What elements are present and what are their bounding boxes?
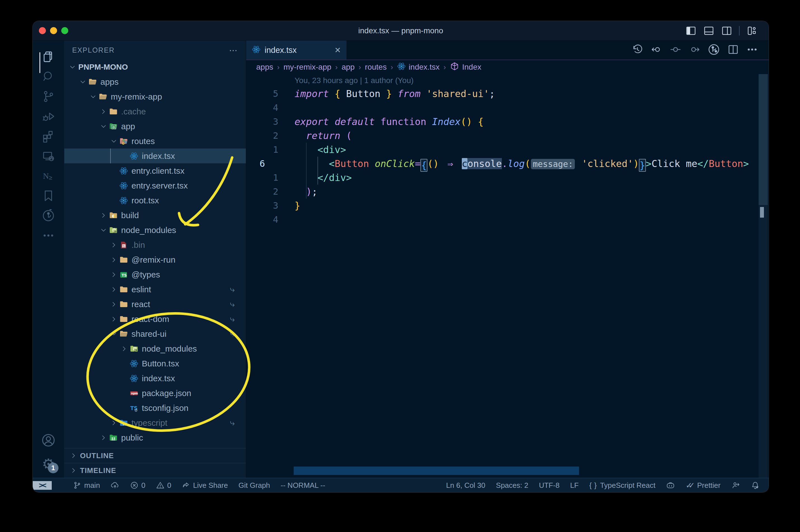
status-live-share[interactable]: Live Share — [182, 481, 228, 490]
gitlens-graph-icon[interactable] — [708, 43, 720, 57]
react-icon — [397, 62, 406, 73]
breadcrumb-item-app[interactable]: app — [342, 63, 355, 72]
tree-item-react[interactable]: react⤷ — [64, 297, 246, 311]
tree-item-node-modules[interactable]: JSnode_modules — [64, 223, 246, 238]
tree-item-public[interactable]: public — [64, 430, 246, 445]
tree-item-index-tsx[interactable]: index.tsx — [64, 371, 246, 386]
status-copilot[interactable] — [666, 481, 675, 490]
status-bar: ><main00Live ShareGit Graph-- NORMAL -- … — [33, 478, 769, 492]
breadcrumb-item-index-tsx[interactable]: index.tsx — [397, 62, 440, 73]
tree-item-node-modules[interactable]: JSnode_modules — [64, 341, 246, 356]
tree-item-build[interactable]: build — [64, 208, 246, 223]
sidebar-section-timeline[interactable]: TIMELINE — [64, 463, 246, 478]
tree-item-app[interactable]: ⚙app — [64, 119, 246, 134]
tree-item-pnpm-mono[interactable]: PNPM-MONO — [64, 60, 246, 74]
tree-item--bin[interactable]: 0110.bin — [64, 238, 246, 252]
more-actions-icon[interactable] — [746, 44, 758, 57]
folder-app-icon: ⚙ — [109, 122, 118, 131]
svg-text:⚙: ⚙ — [134, 408, 138, 413]
tree-item-shared-ui[interactable]: shared-ui⤷ — [64, 326, 246, 341]
status-cursor-position[interactable]: Ln 6, Col 30 — [446, 481, 485, 490]
status-git-branch[interactable]: main — [73, 481, 100, 490]
tree-item-routes[interactable]: routes — [64, 134, 246, 149]
activity-settings-icon[interactable]: ⚙1 — [39, 454, 57, 474]
status-notifications[interactable] — [751, 481, 760, 490]
code-editor[interactable]: You, 23 hours ago | 1 author (You) 5impo… — [246, 74, 769, 478]
breadcrumb-item-routes[interactable]: routes — [365, 63, 387, 72]
tree-item-label: node_modules — [142, 344, 197, 354]
activity-extensions-icon[interactable] — [39, 126, 57, 146]
horizontal-scrollbar-thumb[interactable] — [294, 467, 579, 475]
status-encoding[interactable]: UTF-8 — [539, 481, 560, 490]
breadcrumb-item-index[interactable]: Index — [450, 61, 481, 73]
close-window-button[interactable] — [39, 27, 46, 34]
tree-item-root-tsx[interactable]: root.tsx — [64, 193, 246, 208]
chevron-down-icon — [68, 63, 77, 71]
tree-item-entry-server-tsx[interactable]: entry.server.tsx — [64, 178, 246, 193]
tab-index-tsx[interactable]: index.tsx ✕ — [246, 41, 347, 60]
activity-gitlens-icon[interactable] — [39, 206, 57, 225]
status-vim-mode[interactable]: -- NORMAL -- — [281, 481, 325, 490]
tree-item-react-dom[interactable]: react-dom⤷ — [64, 311, 246, 326]
toggle-primary-sidebar-icon[interactable] — [685, 25, 697, 36]
current-change-icon[interactable] — [670, 44, 681, 57]
activity-nx-console-icon[interactable]: N≥ — [39, 166, 57, 186]
folder-ts-blue-icon: TS — [119, 418, 128, 428]
tree-item-my-remix-app[interactable]: my-remix-app — [64, 89, 246, 104]
tab-close-icon[interactable]: ✕ — [335, 45, 341, 55]
activity-search-icon[interactable] — [39, 66, 57, 87]
activity-more-views-icon[interactable] — [39, 225, 57, 245]
status-indentation[interactable]: Spaces: 2 — [496, 481, 528, 490]
react-icon — [130, 359, 138, 368]
tree-item-apps[interactable]: apps — [64, 74, 246, 89]
tree-item-index-tsx[interactable]: index.tsx — [64, 149, 246, 163]
status-publish[interactable] — [111, 481, 119, 490]
toggle-secondary-sidebar-icon[interactable] — [721, 25, 732, 36]
tree-item-package-json[interactable]: npmpackage.json — [64, 386, 246, 401]
chevron-down-icon — [89, 93, 97, 101]
tree-item--remix-run[interactable]: @remix-run — [64, 252, 246, 267]
status-errors[interactable]: 0 — [130, 481, 145, 490]
breadcrumb-item-apps[interactable]: apps — [256, 63, 273, 72]
toggle-panel-icon[interactable] — [703, 25, 715, 36]
line-number: 4 — [246, 101, 278, 115]
status-eol[interactable]: LF — [570, 481, 578, 490]
tree-item-button-tsx[interactable]: Button.tsx — [64, 356, 246, 371]
explorer-more-actions-icon[interactable]: ⋯ — [229, 45, 238, 55]
activity-explorer-icon[interactable] — [39, 47, 57, 66]
tree-item-entry-client-tsx[interactable]: entry.client.tsx — [64, 163, 246, 178]
next-change-icon[interactable] — [689, 44, 700, 57]
status-feedback[interactable] — [731, 481, 740, 490]
activity-run-debug-icon[interactable] — [39, 106, 57, 126]
customize-layout-icon[interactable] — [746, 25, 758, 36]
tree-item-tsconfig-json[interactable]: TS⚙tsconfig.json — [64, 401, 246, 415]
tree-item--types[interactable]: TS@types — [64, 267, 246, 282]
react-file-icon — [252, 45, 261, 55]
titlebar-separator — [739, 26, 740, 36]
status-language-mode[interactable]: { }TypeScript React — [589, 481, 656, 490]
status-prettier[interactable]: ✓✓Prettier — [686, 481, 721, 490]
status-remote-indicator[interactable]: >< — [33, 481, 52, 490]
activity-remote-explorer-icon[interactable] — [39, 146, 57, 166]
minimize-window-button[interactable] — [50, 27, 57, 34]
split-editor-icon[interactable] — [727, 44, 739, 57]
tree-item--cache[interactable]: .cache — [64, 104, 246, 119]
activity-bookmarks-icon[interactable] — [39, 186, 57, 206]
previous-change-icon[interactable] — [651, 44, 662, 57]
tree-item-typescript[interactable]: TStypescript⤷ — [64, 415, 246, 430]
tree-item-eslint[interactable]: eslint⤷ — [64, 282, 246, 297]
activity-source-control-icon[interactable] — [39, 87, 57, 106]
folder-js-icon: JS — [130, 344, 138, 353]
breadcrumb-item-my-remix-app[interactable]: my-remix-app — [283, 63, 331, 72]
timeline-history-icon[interactable] — [632, 44, 643, 57]
vertical-scrollbar-thumb[interactable] — [759, 74, 768, 205]
svg-text:10: 10 — [123, 246, 125, 248]
title-bar[interactable]: index.tsx — pnpm-mono — [33, 21, 769, 41]
activity-account-icon[interactable] — [39, 430, 57, 450]
bell-dot-icon — [751, 481, 760, 490]
status-warnings[interactable]: 0 — [156, 481, 171, 490]
maximize-window-button[interactable] — [61, 27, 68, 34]
vscode-window: index.tsx — pnpm-mono N≥⚙1 EXPLORER ⋯ PN… — [33, 21, 769, 492]
sidebar-section-outline[interactable]: OUTLINE — [64, 448, 246, 463]
status-git-graph[interactable]: Git Graph — [239, 481, 270, 490]
